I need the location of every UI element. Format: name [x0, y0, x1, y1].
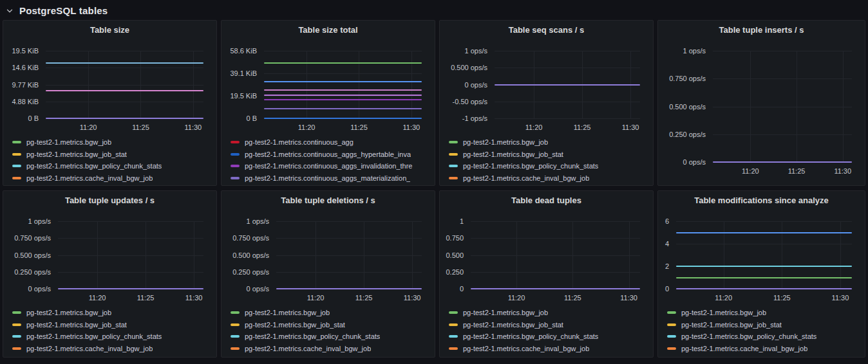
panel-title[interactable]: Table modifications since analyze: [658, 196, 865, 205]
y-axis-tick-label: 0 B: [222, 114, 263, 122]
x-axis-tick-label: 11:20: [508, 294, 525, 302]
legend-item[interactable]: pg-test2-1.metrics.bgw_job_stat: [667, 319, 861, 331]
x-axis-tick-label: 11:25: [574, 123, 591, 131]
legend-item[interactable]: pg-test2-1.metrics.bgw_policy_chunk_stat…: [449, 160, 649, 172]
y-axis-tick-label: 1 ops/s: [658, 47, 712, 55]
series-line: [264, 95, 422, 96]
h-gridline: [471, 272, 640, 273]
panel-title[interactable]: Table dead tuples: [440, 196, 653, 205]
y-axis-tick-label: 14.6 KiB: [3, 64, 44, 71]
h-gridline: [276, 255, 422, 256]
legend-item[interactable]: pg-test2-1.metrics.bgw_job_stat: [12, 149, 212, 161]
section-header[interactable]: PostgreSQL tables: [0, 0, 868, 20]
chart-plot[interactable]: 11:2011:2511:30: [58, 221, 203, 289]
legend-item[interactable]: pg-test2-1.metrics.cache_inval_bgw_job: [231, 343, 431, 355]
series-line: [46, 118, 203, 119]
legend-label: pg-test2-1.metrics.bgw_job: [245, 309, 330, 316]
chart-plot[interactable]: 11:2011:2511:30: [46, 51, 203, 118]
x-axis-tick-label: 11:30: [402, 123, 420, 131]
legend-label: pg-test2-1.metrics.bgw_job: [26, 138, 111, 146]
legend-item[interactable]: pg-test2-1.metrics.continuous_aggs_hyper…: [231, 149, 431, 161]
legend-item[interactable]: pg-test2-1.metrics.bgw_job: [449, 307, 649, 319]
legend-item[interactable]: pg-test2-1.metrics.bgw_job_stat: [449, 149, 649, 161]
y-axis-tick-label: 0.250 ops/s: [658, 131, 712, 138]
legend-swatch: [12, 347, 21, 350]
legend-item[interactable]: pg-test2-1.metrics.continuous_agg: [231, 136, 431, 149]
y-axis-tick-label: 0.500: [440, 251, 469, 259]
y-axis-tick-label: 0 ops/s: [3, 285, 57, 293]
legend-label: pg-test2-1.metrics.bgw_policy_chunk_stat…: [26, 332, 162, 340]
legend-item[interactable]: pg-test2-1.metrics.bgw_job: [667, 307, 861, 319]
legend-item[interactable]: pg-test2-1.metrics.bgw_job_stat: [231, 319, 431, 331]
legend-item[interactable]: pg-test2-1.metrics.bgw_policy_chunk_stat…: [12, 331, 212, 343]
legend: pg-test2-1.metrics.bgw_jobpg-test2-1.met…: [231, 307, 431, 354]
legend-item[interactable]: pg-test2-1.metrics.bgw_policy_chunk_stat…: [667, 331, 861, 343]
legend-label: pg-test2-1.metrics.bgw_job_stat: [26, 321, 127, 329]
legend-label: pg-test2-1.metrics.bgw_policy_chunk_stat…: [463, 332, 598, 340]
legend-swatch: [231, 323, 240, 326]
panel-title[interactable]: Table tuple updates / s: [3, 196, 216, 205]
legend-item[interactable]: pg-test2-1.metrics.continuous_aggs_mater…: [231, 172, 431, 185]
panel-table-tuple-deletions-s: Table tuple deletions / s1 ops/s0.750 op…: [221, 190, 435, 358]
legend-label: pg-test2-1.metrics.continuous_aggs_hyper…: [245, 150, 411, 158]
v-gridline: [750, 51, 751, 162]
legend-item[interactable]: pg-test2-1.metrics.cache_inval_bgw_job: [12, 343, 212, 355]
panel-title[interactable]: Table size total: [222, 25, 435, 35]
legend-item[interactable]: pg-test2-1.metrics.bgw_job_stat: [12, 319, 212, 331]
panel-table-size: Table size19.5 KiB14.6 KiB9.77 KiB4.88 K…: [3, 20, 217, 186]
legend-label: pg-test2-1.metrics.bgw_job_stat: [463, 321, 563, 329]
panel-table-seq-scans-s: Table seq scans / s1 ops/s0.500 ops/s0 o…: [439, 20, 654, 186]
x-axis-tick-label: 11:20: [525, 123, 543, 131]
chart-plot[interactable]: 11:2011:2511:30: [495, 51, 640, 118]
legend-label: pg-test2-1.metrics.bgw_policy_chunk_stat…: [463, 162, 598, 170]
panel-title[interactable]: Table seq scans / s: [440, 25, 653, 35]
chart-plot[interactable]: 11:2011:2511:30: [676, 221, 852, 289]
y-axis-tick-label: 0.250 ops/s: [222, 268, 275, 276]
x-axis-tick-label: 11:30: [404, 294, 421, 302]
legend-item[interactable]: pg-test2-1.metrics.bgw_policy_chunk_stat…: [449, 331, 649, 343]
chart-plot[interactable]: 11:2011:2511:30: [713, 51, 852, 162]
chart-plot[interactable]: 11:2011:2511:30: [471, 221, 640, 289]
legend-label: pg-test2-1.metrics.continuous_agg: [245, 138, 354, 146]
x-axis-tick-label: 11:25: [137, 294, 155, 302]
legend-swatch: [231, 153, 240, 156]
legend: pg-test2-1.metrics.bgw_jobpg-test2-1.met…: [449, 307, 649, 354]
v-gridline: [412, 221, 413, 289]
panel-title[interactable]: Table tuple deletions / s: [222, 196, 435, 205]
legend-item[interactable]: pg-test2-1.metrics.bgw_job: [231, 307, 431, 319]
legend-item[interactable]: pg-test2-1.metrics.cache_inval_bgw_job: [667, 343, 861, 355]
legend-swatch: [449, 311, 458, 314]
h-gridline: [713, 78, 852, 79]
x-axis-tick-label: 11:20: [298, 123, 316, 131]
legend-item[interactable]: pg-test2-1.metrics.bgw_policy_chunk_stat…: [231, 331, 431, 343]
chart-plot[interactable]: 11:2011:2511:30: [276, 221, 422, 289]
legend-item[interactable]: pg-test2-1.metrics.cache_inval_bgw_job: [12, 172, 212, 185]
v-gridline: [572, 221, 573, 289]
dashboard-grid: Table size19.5 KiB14.6 KiB9.77 KiB4.88 K…: [0, 20, 868, 358]
v-gridline: [316, 221, 316, 289]
chart-plot[interactable]: 11:2011:2511:30: [264, 51, 422, 118]
legend: pg-test2-1.metrics.bgw_jobpg-test2-1.met…: [667, 307, 861, 354]
legend-swatch: [449, 347, 458, 350]
legend-item[interactable]: pg-test2-1.metrics.bgw_job: [12, 136, 212, 149]
h-gridline: [46, 102, 203, 102]
series-line: [58, 288, 203, 289]
h-gridline: [676, 221, 852, 222]
legend-item[interactable]: pg-test2-1.metrics.cache_inval_bgw_job: [449, 172, 649, 185]
panel-title[interactable]: Table tuple inserts / s: [658, 25, 865, 35]
legend-item[interactable]: pg-test2-1.metrics.continuous_aggs_inval…: [231, 160, 431, 172]
legend-label: pg-test2-1.metrics.bgw_job_stat: [26, 150, 127, 158]
legend-item[interactable]: pg-test2-1.metrics.bgw_job: [449, 136, 649, 149]
y-axis-tick-label: 0.250: [440, 268, 469, 276]
legend-swatch: [231, 141, 240, 143]
legend-item[interactable]: pg-test2-1.metrics.cache_inval_bgw_job: [449, 343, 649, 355]
h-gridline: [46, 51, 203, 51]
legend-item[interactable]: pg-test2-1.metrics.bgw_job: [12, 307, 212, 319]
y-axis-tick-label: 0.500 ops/s: [222, 251, 275, 259]
legend-item[interactable]: pg-test2-1.metrics.bgw_job_stat: [449, 319, 649, 331]
x-axis-tick-label: 11:20: [742, 167, 759, 175]
y-axis-tick-label: 4.88 KiB: [3, 98, 44, 105]
legend-item[interactable]: pg-test2-1.metrics.bgw_policy_chunk_stat…: [12, 160, 212, 172]
panel-title[interactable]: Table size: [3, 25, 216, 35]
legend-label: pg-test2-1.metrics.bgw_policy_chunk_stat…: [26, 162, 162, 170]
